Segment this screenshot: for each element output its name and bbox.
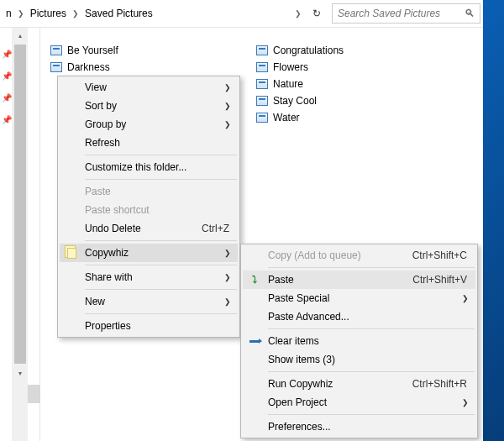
- copywhiz-icon: [65, 246, 78, 260]
- menu-paste[interactable]: ⤵PasteCtrl+Shift+V: [243, 270, 475, 289]
- pin-icon[interactable]: 📌: [0, 108, 13, 130]
- menu-copy-queue: Copy (Add to queue)Ctrl+Shift+C: [243, 246, 475, 265]
- menu-undo-delete[interactable]: Undo DeleteCtrl+Z: [60, 219, 238, 238]
- address-toolbar: n ❯ Pictures ❯ Saved Pictures ❯ ↻ 🔍︎: [0, 0, 483, 28]
- menu-paste-advanced[interactable]: Paste Advanced...: [243, 307, 475, 326]
- menu-paste-shortcut: Paste shortcut: [60, 201, 238, 219]
- chevron-right-icon: ❯: [224, 273, 231, 281]
- image-file-icon: [50, 62, 62, 72]
- chevron-right-icon[interactable]: ❯: [70, 9, 81, 18]
- file-label: Flowers: [273, 61, 308, 73]
- menu-sort-by[interactable]: Sort by❯: [60, 97, 238, 115]
- pin-icon[interactable]: 📌: [0, 65, 13, 87]
- file-item[interactable]: Stay Cool: [255, 93, 460, 108]
- file-label: Stay Cool: [273, 95, 317, 107]
- chevron-right-icon: ❯: [224, 102, 231, 110]
- menu-separator: [85, 240, 237, 241]
- image-file-icon: [256, 79, 268, 89]
- search-input[interactable]: [338, 8, 465, 19]
- file-label: Congratulations: [273, 45, 344, 56]
- menu-clear-items[interactable]: Clear items: [243, 332, 475, 350]
- menu-separator: [85, 289, 237, 290]
- chevron-right-icon: ❯: [462, 398, 469, 407]
- file-item[interactable]: Nature: [255, 76, 460, 92]
- menu-view[interactable]: View❯: [60, 78, 238, 97]
- menu-paste-special[interactable]: Paste Special❯: [243, 289, 475, 307]
- menu-copywhiz[interactable]: Copywhiz❯: [60, 244, 238, 262]
- menu-separator: [268, 267, 475, 268]
- chevron-right-icon: ❯: [224, 120, 231, 129]
- quick-access-strip: 📌 📌 📌 📌: [0, 28, 13, 441]
- image-file-icon: [256, 62, 268, 72]
- file-label: Be Yourself: [67, 45, 118, 56]
- shortcut-text: Ctrl+Shift+V: [412, 274, 467, 286]
- shortcut-text: Ctrl+Shift+C: [412, 249, 467, 261]
- pin-icon[interactable]: 📌: [0, 87, 13, 108]
- menu-separator: [268, 328, 475, 329]
- menu-share-with[interactable]: Share with❯: [60, 268, 238, 286]
- nav-tree: [28, 28, 40, 441]
- chevron-right-icon: ❯: [224, 83, 231, 92]
- copywhiz-submenu: Copy (Add to queue)Ctrl+Shift+C ⤵PasteCt…: [240, 244, 478, 438]
- file-label: Nature: [273, 78, 303, 90]
- chevron-down-icon[interactable]: ❯: [292, 9, 307, 18]
- menu-group-by[interactable]: Group by❯: [60, 115, 238, 134]
- breadcrumb-pictures[interactable]: Pictures: [27, 0, 70, 27]
- image-file-icon: [50, 45, 62, 55]
- file-label: Darkness: [67, 61, 110, 73]
- menu-separator: [85, 313, 237, 314]
- scroll-thumb[interactable]: [14, 45, 26, 364]
- menu-customize-folder[interactable]: Customize this folder...: [60, 158, 238, 176]
- file-item[interactable]: Darkness: [49, 60, 255, 75]
- image-file-icon: [256, 45, 268, 55]
- file-label: Water: [273, 112, 300, 123]
- chevron-right-icon: ❯: [224, 297, 231, 306]
- file-item[interactable]: Congratulations: [255, 43, 460, 58]
- menu-paste: Paste: [60, 182, 238, 201]
- breadcrumb-saved-pictures[interactable]: Saved Pictures: [81, 0, 156, 27]
- menu-separator: [85, 265, 237, 265]
- pin-icon[interactable]: 📌: [0, 43, 13, 65]
- menu-open-project[interactable]: Open Project❯: [243, 393, 475, 412]
- menu-separator: [268, 371, 475, 372]
- menu-run-copywhiz[interactable]: Run CopywhizCtrl+Shift+R: [243, 375, 475, 393]
- nav-scrollbar[interactable]: ▴ ▾: [13, 28, 28, 441]
- paste-icon: ⤵: [248, 273, 261, 286]
- file-item[interactable]: Flowers: [255, 60, 460, 75]
- chevron-right-icon: ❯: [224, 249, 231, 257]
- menu-new[interactable]: New❯: [60, 292, 238, 311]
- menu-preferences[interactable]: Preferences...: [243, 417, 475, 436]
- breadcrumb-seg-partial[interactable]: n: [3, 0, 15, 27]
- chevron-right-icon: ❯: [462, 294, 469, 302]
- menu-refresh[interactable]: Refresh: [60, 134, 238, 152]
- clear-icon: [248, 334, 261, 348]
- shortcut-text: Ctrl+Shift+R: [412, 378, 467, 390]
- context-menu: View❯ Sort by❯ Group by❯ Refresh Customi…: [57, 76, 240, 338]
- shortcut-text: Ctrl+Z: [202, 223, 229, 234]
- menu-show-items[interactable]: Show items (3): [243, 350, 475, 369]
- image-file-icon: [256, 96, 268, 106]
- desktop-background: [483, 0, 504, 441]
- file-item[interactable]: Be Yourself: [49, 43, 255, 58]
- menu-properties[interactable]: Properties: [60, 317, 238, 335]
- nav-selected-item[interactable]: [28, 385, 40, 403]
- menu-separator: [85, 179, 237, 180]
- scroll-up-icon[interactable]: ▴: [13, 28, 28, 43]
- scroll-down-icon[interactable]: ▾: [13, 365, 28, 381]
- chevron-right-icon[interactable]: ❯: [15, 9, 27, 18]
- menu-separator: [85, 155, 237, 155]
- search-box[interactable]: 🔍︎: [332, 3, 480, 24]
- search-icon[interactable]: 🔍︎: [465, 8, 475, 19]
- image-file-icon: [256, 113, 268, 123]
- file-item[interactable]: Water: [255, 110, 460, 125]
- refresh-icon[interactable]: ↻: [307, 8, 327, 19]
- menu-separator: [268, 414, 475, 415]
